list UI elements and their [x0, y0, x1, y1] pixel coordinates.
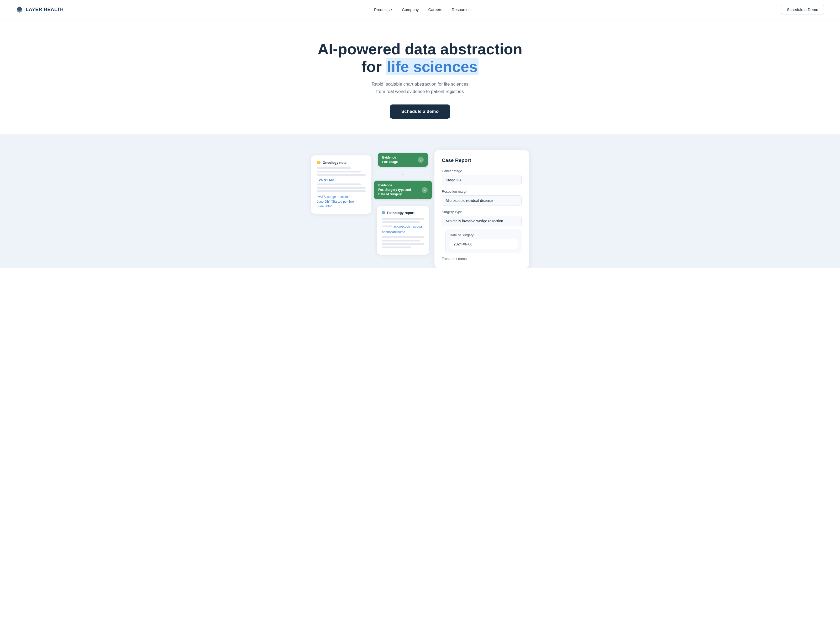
stage-text: T2a N1 M0	[317, 178, 366, 182]
resection-margin-label: Resection margin	[442, 189, 522, 193]
hero-section: AI-powered data abstraction for life sci…	[0, 19, 840, 134]
path-line-5	[382, 243, 424, 245]
pathology-card-title: Pathology report	[387, 211, 414, 215]
date-of-surgery-group: Date of Surgery 2024-06-06	[445, 229, 522, 253]
logo-icon	[16, 6, 23, 13]
text-line-2	[317, 171, 361, 172]
case-report-panel: Case Report Cancer stage Stage IIB Resec…	[434, 150, 529, 268]
evidence-badge-surgery-text: Evidence For: Surgery type and Date of S…	[378, 183, 418, 196]
yellow-dot-icon	[317, 161, 321, 164]
surgery-type-field: Surgery Type Minimally invasive wedge re…	[442, 210, 522, 226]
path-line-2	[382, 221, 420, 223]
navbar: LAYER HEALTH Products ▾ Company Careers …	[0, 0, 840, 19]
cancer-stage-value: Stage IIB	[442, 175, 522, 185]
oncology-card: Oncology note T2a N1 M0 "VATS wedge rese…	[311, 155, 371, 214]
nav-item-company[interactable]: Company	[402, 7, 419, 12]
surgery-type-value: Minimally invasive wedge resection	[442, 216, 522, 226]
chevron-down-icon: ▾	[391, 8, 392, 11]
treatment-name-label: Treatment name	[442, 257, 522, 261]
evidence-check-icon-1: ✓	[418, 157, 424, 163]
resection-margin-value: Microscopic residual disease	[442, 195, 522, 206]
june30-text: June 30th"	[317, 204, 332, 208]
case-report-title: Case Report	[442, 158, 522, 163]
nav-item-products[interactable]: Products ▾	[374, 7, 392, 12]
hero-subtitle: Rapid, scalable chart abstraction for li…	[357, 81, 483, 95]
text-line-3	[317, 174, 366, 176]
june6-text: June 6th" "Started pembro	[317, 200, 354, 204]
nav-item-careers[interactable]: Careers	[428, 7, 442, 12]
date-of-surgery-label: Date of Surgery	[450, 233, 518, 237]
evidence-check-icon-2: ✓	[422, 187, 428, 193]
arrow-down-icon: ›	[402, 171, 404, 177]
demo-section: Oncology note T2a N1 M0 "VATS wedge rese…	[0, 134, 840, 268]
path-short-line	[382, 226, 392, 227]
hero-cta-button[interactable]: Schedule a demo	[390, 104, 450, 118]
hero-highlight: life sciences	[386, 58, 478, 75]
path-line-6	[382, 246, 411, 248]
path-line-4	[382, 240, 420, 242]
text-line-1	[317, 167, 351, 169]
evidence-badge-stage: Evidence For: Stage ✓	[378, 153, 428, 167]
text-line-5	[317, 187, 366, 189]
microscopic-text: microscopic residual	[394, 225, 423, 228]
evidence-badge-surgery: Evidence For: Surgery type and Date of S…	[374, 181, 432, 199]
oncology-card-title: Oncology note	[323, 161, 346, 164]
demo-inner: Oncology note T2a N1 M0 "VATS wedge rese…	[311, 150, 529, 268]
oncology-card-header: Oncology note	[317, 161, 366, 164]
cancer-stage-label: Cancer stage	[442, 169, 522, 173]
pathology-card-header: Pathology report	[382, 211, 424, 215]
path-line-1	[382, 218, 424, 220]
path-line-3	[382, 236, 424, 238]
cancer-stage-field: Cancer stage Stage IIB	[442, 169, 522, 185]
resection-margin-field: Resection margin Microscopic residual di…	[442, 189, 522, 206]
vats-text: "VATS wedge resection"	[317, 195, 351, 199]
logo[interactable]: LAYER HEALTH	[16, 6, 64, 13]
blue-dot-icon	[382, 211, 385, 214]
nav-schedule-demo-button[interactable]: Schedule a Demo	[781, 5, 824, 14]
pathology-card: Pathology report microscopic residual ad…	[377, 206, 429, 255]
nav-item-resources[interactable]: Resources	[452, 7, 471, 12]
surgery-type-label: Surgery Type	[442, 210, 522, 214]
text-line-4	[317, 183, 361, 185]
text-line-6	[317, 190, 366, 192]
adenocarcinoma-text: adenocarcinoma	[382, 230, 405, 234]
hero-headline: AI-powered data abstraction for life sci…	[317, 40, 523, 75]
evidence-badge-stage-text: Evidence For: Stage	[382, 155, 398, 164]
nav-links: Products ▾ Company Careers Resources	[374, 7, 471, 12]
date-of-surgery-value: 2024-06-06	[450, 239, 518, 249]
